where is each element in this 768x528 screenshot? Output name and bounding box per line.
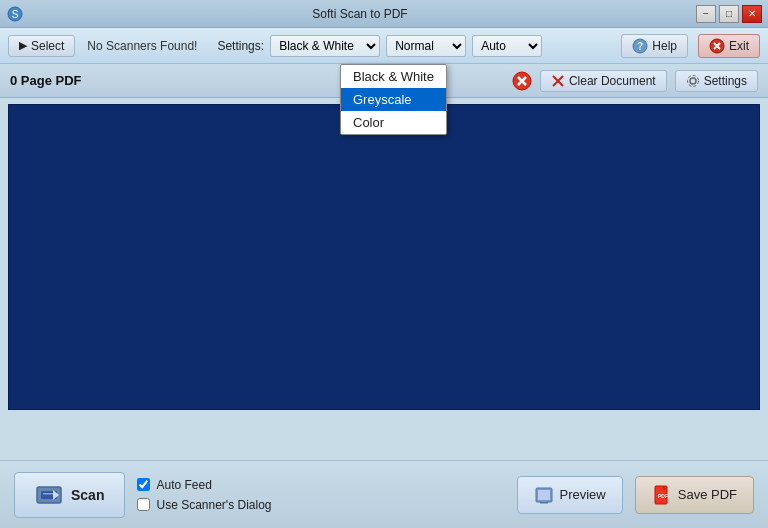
- preview-icon: [534, 485, 554, 505]
- settings-select[interactable]: Black & White Greyscale Color: [270, 35, 380, 57]
- scan-label: Scan: [71, 487, 104, 503]
- scan-icon: [35, 481, 63, 509]
- settings-label: Settings: [704, 74, 747, 88]
- restore-button[interactable]: □: [719, 5, 739, 23]
- main-content: [8, 104, 760, 410]
- svg-text:S: S: [12, 9, 19, 20]
- svg-rect-19: [538, 490, 550, 500]
- dropdown-item-bw[interactable]: Black & White: [341, 65, 446, 88]
- window-controls: − □ ✕: [696, 5, 762, 23]
- svg-point-12: [690, 78, 696, 84]
- no-scanners-text: No Scanners Found!: [81, 37, 203, 55]
- scanner-dialog-label: Use Scanner's Dialog: [156, 498, 271, 512]
- dropdown-item-greyscale[interactable]: Greyscale: [341, 88, 446, 111]
- scanner-dialog-checkbox[interactable]: [137, 498, 150, 511]
- svg-text:PDF: PDF: [658, 493, 668, 499]
- save-pdf-icon: PDF: [652, 485, 672, 505]
- scanner-dialog-row: Use Scanner's Dialog: [137, 498, 271, 512]
- close-button[interactable]: ✕: [742, 5, 762, 23]
- scan-button[interactable]: Scan: [14, 472, 125, 518]
- clear-label: Clear Document: [569, 74, 656, 88]
- title-bar: S Softi Scan to PDF − □ ✕: [0, 0, 768, 28]
- delete-icon: [512, 71, 532, 91]
- settings-dropdown: Black & White Greyscale Color: [340, 64, 447, 135]
- save-pdf-button[interactable]: PDF Save PDF: [635, 476, 754, 514]
- preview-button[interactable]: Preview: [517, 476, 623, 514]
- dropdown-item-color[interactable]: Color: [341, 111, 446, 134]
- select-button[interactable]: ▶ Select: [8, 35, 75, 57]
- auto-feed-checkbox[interactable]: [137, 478, 150, 491]
- auto-feed-label: Auto Feed: [156, 478, 211, 492]
- exit-label: Exit: [729, 39, 749, 53]
- svg-rect-21: [540, 502, 548, 504]
- preview-label: Preview: [560, 487, 606, 502]
- settings-label: Settings:: [217, 39, 264, 53]
- select-label: Select: [31, 39, 64, 53]
- app-icon: S: [6, 5, 24, 23]
- svg-text:?: ?: [637, 41, 643, 52]
- select-icon: ▶: [19, 39, 27, 52]
- window-title: Softi Scan to PDF: [24, 7, 696, 21]
- minimize-button[interactable]: −: [696, 5, 716, 23]
- auto-feed-row: Auto Feed: [137, 478, 271, 492]
- auto-select[interactable]: Auto 100 DPI 200 DPI 300 DPI: [472, 35, 542, 57]
- svg-point-13: [687, 75, 698, 86]
- delete-button[interactable]: [512, 71, 532, 91]
- settings-button[interactable]: Settings: [675, 70, 758, 92]
- help-label: Help: [652, 39, 677, 53]
- save-pdf-label: Save PDF: [678, 487, 737, 502]
- help-button[interactable]: ? Help: [621, 34, 688, 58]
- exit-icon: [709, 38, 725, 54]
- clear-document-button[interactable]: Clear Document: [540, 70, 667, 92]
- exit-button[interactable]: Exit: [698, 34, 760, 58]
- quality-select[interactable]: Normal High Low: [386, 35, 466, 57]
- help-icon: ?: [632, 38, 648, 54]
- toolbar: ▶ Select No Scanners Found! Settings: Bl…: [0, 28, 768, 64]
- page-count: 0 Page PDF: [10, 73, 82, 88]
- clear-icon: [551, 74, 565, 88]
- settings-gear-icon: [686, 74, 700, 88]
- bottom-bar: Scan Auto Feed Use Scanner's Dialog Prev…: [0, 460, 768, 528]
- checkboxes: Auto Feed Use Scanner's Dialog: [137, 478, 271, 512]
